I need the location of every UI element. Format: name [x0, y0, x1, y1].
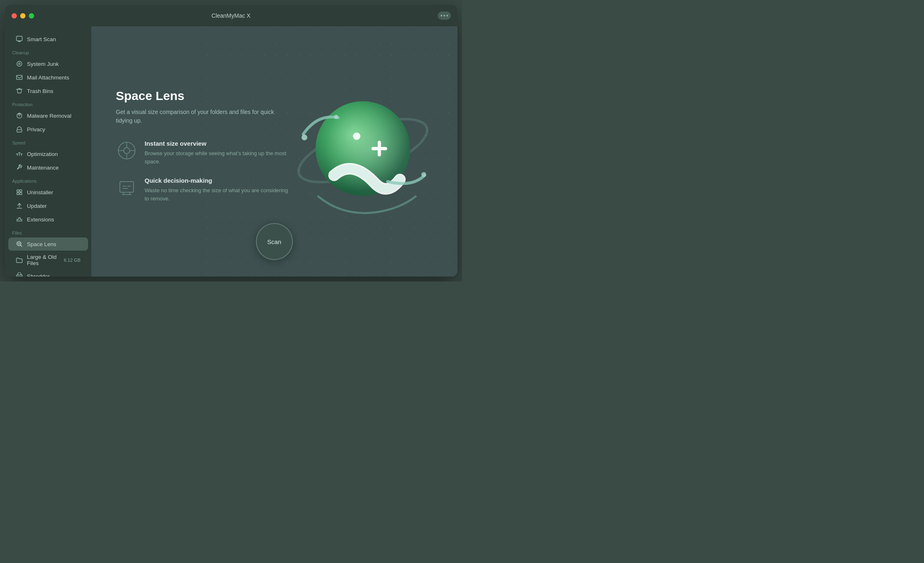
close-button[interactable] [12, 13, 17, 19]
trash-bins-label: Trash Bins [27, 88, 81, 94]
svg-rect-7 [20, 190, 22, 192]
feature-2-desc: Waste no time checking the size of what … [145, 186, 289, 202]
svg-rect-6 [17, 190, 19, 192]
sidebar-item-maintenance[interactable]: Maintenance [8, 161, 88, 174]
space-lens-icon [16, 240, 23, 248]
svg-rect-3 [16, 75, 22, 79]
app-window: CleanMyMac X Smart Scan C [5, 5, 457, 277]
malware-icon [16, 112, 23, 119]
sidebar-item-extensions[interactable]: Extensions [8, 213, 88, 226]
large-old-files-size: 6.12 GB [64, 258, 80, 263]
svg-point-10 [17, 242, 21, 246]
trash-icon [16, 87, 23, 95]
sidebar-item-trash-bins[interactable]: Trash Bins [8, 84, 88, 98]
feature-1-text: Instant size overview Browse your storag… [145, 140, 289, 165]
titlebar: CleanMyMac X [5, 5, 457, 26]
scan-button-container: Scan [256, 223, 293, 260]
svg-point-2 [19, 63, 20, 65]
svg-point-22 [334, 115, 338, 119]
svg-rect-0 [16, 36, 22, 41]
cleanup-section-label: Cleanup [5, 46, 91, 57]
page-description: Get a visual size comparison of your fol… [116, 108, 289, 125]
sidebar-item-large-old-files[interactable]: Large & Old Files 6.12 GB [8, 251, 88, 269]
sidebar-item-space-lens[interactable]: Space Lens [8, 237, 88, 251]
optimization-label: Optimization [27, 151, 81, 157]
mail-attachments-label: Mail Attachments [27, 74, 81, 81]
sidebar-item-system-junk[interactable]: System Junk [8, 57, 88, 70]
svg-point-19 [353, 133, 360, 140]
menu-button[interactable] [438, 12, 451, 20]
mail-icon [16, 74, 23, 81]
sidebar-item-shredder[interactable]: Shredder [8, 270, 88, 277]
svg-rect-9 [20, 193, 22, 195]
uninstaller-label: Uninstaller [27, 189, 81, 195]
extensions-icon [16, 216, 23, 223]
scan-button[interactable]: Scan [256, 223, 293, 260]
protection-section-label: Protection [5, 98, 91, 109]
feature-1-title: Instant size overview [145, 140, 289, 147]
applications-section-label: Applications [5, 174, 91, 185]
feature-2-title: Quick decision-making [145, 177, 289, 184]
sidebar-item-uninstaller[interactable]: Uninstaller [8, 186, 88, 199]
updater-icon [16, 202, 23, 209]
minimize-button[interactable] [20, 13, 26, 19]
smart-scan-icon [16, 35, 23, 43]
content-area: Space Lens Get a visual size comparison … [91, 26, 457, 277]
svg-point-11 [18, 243, 20, 244]
app-title: CleanMyMac X [211, 12, 251, 19]
svg-rect-15 [120, 181, 133, 192]
svg-point-14 [123, 148, 130, 154]
shredder-icon [16, 272, 23, 277]
large-old-files-label: Large & Old Files [27, 254, 60, 266]
quick-decision-icon [116, 177, 137, 198]
folder-icon [16, 256, 23, 264]
feature-2: Quick decision-making Waste no time chec… [116, 177, 289, 202]
planet-illustration [293, 77, 433, 226]
updater-label: Updater [27, 203, 81, 209]
svg-point-20 [302, 135, 307, 140]
instant-size-icon [116, 140, 137, 161]
svg-rect-5 [17, 130, 22, 132]
menu-dot [446, 15, 448, 16]
extensions-label: Extensions [27, 216, 81, 223]
sidebar-item-optimization[interactable]: Optimization [8, 147, 88, 161]
sidebar-item-privacy[interactable]: Privacy [8, 123, 88, 136]
traffic-lights [12, 13, 34, 19]
feature-2-text: Quick decision-making Waste no time chec… [145, 177, 289, 202]
svg-point-1 [17, 61, 22, 66]
maintenance-label: Maintenance [27, 165, 81, 171]
files-section-label: Files [5, 226, 91, 237]
maintenance-icon [16, 164, 23, 171]
sidebar-item-mail-attachments[interactable]: Mail Attachments [8, 71, 88, 84]
privacy-icon [16, 126, 23, 133]
shredder-label: Shredder [27, 273, 81, 277]
sidebar-item-updater[interactable]: Updater [8, 199, 88, 212]
speed-section-label: Speed [5, 136, 91, 147]
system-junk-label: System Junk [27, 61, 81, 67]
privacy-label: Privacy [27, 126, 81, 133]
main-layout: Smart Scan Cleanup System Junk [5, 26, 457, 277]
menu-dot [443, 15, 445, 16]
maximize-button[interactable] [29, 13, 34, 19]
space-lens-label: Space Lens [27, 241, 81, 247]
uninstaller-icon [16, 188, 23, 196]
malware-removal-label: Malware Removal [27, 113, 81, 119]
content-inner: Space Lens Get a visual size comparison … [116, 89, 289, 214]
menu-dot [441, 15, 442, 16]
optimization-icon [16, 150, 23, 158]
svg-point-21 [421, 172, 426, 177]
feature-1: Instant size overview Browse your storag… [116, 140, 289, 165]
sidebar-item-malware-removal[interactable]: Malware Removal [8, 109, 88, 122]
feature-1-desc: Browse your storage while seeing what's … [145, 149, 289, 165]
page-title: Space Lens [116, 89, 289, 103]
system-junk-icon [16, 60, 23, 67]
sidebar: Smart Scan Cleanup System Junk [5, 26, 91, 277]
svg-rect-8 [17, 193, 19, 195]
smart-scan-label: Smart Scan [27, 36, 81, 42]
sidebar-item-smart-scan[interactable]: Smart Scan [8, 33, 88, 46]
